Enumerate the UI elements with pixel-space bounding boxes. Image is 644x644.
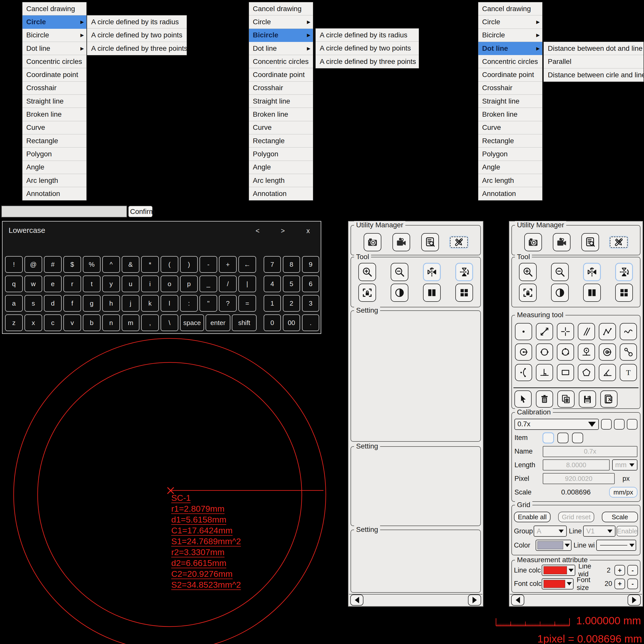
menu-item-straight-line[interactable]: Straight line bbox=[22, 95, 86, 108]
key-|[interactable]: | bbox=[238, 276, 256, 292]
key-w[interactable]: w bbox=[24, 276, 42, 292]
calibration-edit-button[interactable] bbox=[627, 419, 637, 430]
measure-crosshair-button[interactable] bbox=[557, 323, 574, 340]
zoom-in-button[interactable] bbox=[519, 263, 537, 281]
menu-item-circle[interactable]: Circle▶ bbox=[22, 15, 86, 29]
contrast-button[interactable] bbox=[391, 284, 408, 302]
grid-reset-button[interactable]: Grid reset bbox=[558, 512, 594, 522]
key-7[interactable]: 7 bbox=[264, 256, 281, 273]
key-t[interactable]: t bbox=[83, 276, 101, 292]
key--[interactable]: - bbox=[200, 256, 217, 273]
menu-item-curve[interactable]: Curve bbox=[478, 121, 542, 134]
camera-button[interactable] bbox=[364, 233, 381, 251]
key-@[interactable]: @ bbox=[24, 256, 42, 273]
key-,[interactable]: , bbox=[141, 314, 159, 331]
menu-item-concentric-circles[interactable]: Concentric circles bbox=[249, 55, 313, 68]
menu-item-rectangle[interactable]: Rectangle bbox=[249, 134, 313, 147]
submenu-item[interactable]: A circle defined by two points bbox=[316, 42, 419, 55]
menu-item-straight-line[interactable]: Straight line bbox=[478, 95, 542, 108]
menu-item-concentric-circles[interactable]: Concentric circles bbox=[478, 55, 542, 68]
key-x[interactable]: x bbox=[24, 314, 42, 331]
menu-item-crosshair[interactable]: Crosshair bbox=[249, 82, 313, 95]
key-g[interactable]: g bbox=[83, 295, 101, 312]
submenu-item[interactable]: A circle defined by its radius bbox=[316, 29, 419, 42]
submenu-item[interactable]: Distance between dot and line bbox=[544, 42, 643, 55]
grid-line-select[interactable]: V1 bbox=[583, 526, 615, 537]
menu-item-concentric-circles[interactable]: Concentric circles bbox=[22, 55, 86, 68]
key-([interactable]: ( bbox=[161, 256, 178, 273]
key-i[interactable]: i bbox=[141, 276, 159, 292]
menu-item-cancel-drawing[interactable]: Cancel drawing bbox=[249, 2, 313, 15]
scale-unit-button[interactable]: mm/px bbox=[609, 487, 637, 498]
measure-arc-button[interactable] bbox=[515, 364, 532, 381]
font-size-decrease-button[interactable]: - bbox=[627, 579, 638, 589]
key-=[interactable]: = bbox=[238, 295, 256, 312]
menu-item-curve[interactable]: Curve bbox=[22, 121, 86, 134]
measure-circle-radius-button[interactable] bbox=[515, 343, 532, 361]
font-size-increase-button[interactable]: + bbox=[614, 579, 625, 589]
video-button[interactable] bbox=[392, 233, 410, 251]
submenu-item[interactable]: A circle defined by its radius bbox=[87, 15, 187, 29]
report-button[interactable] bbox=[421, 233, 439, 251]
menu-item-broken-line[interactable]: Broken line bbox=[22, 108, 86, 121]
annotation-input[interactable] bbox=[1, 206, 127, 217]
key-8[interactable]: 8 bbox=[283, 256, 300, 273]
menu-item-angle[interactable]: Angle bbox=[22, 161, 86, 174]
key-+[interactable]: + bbox=[219, 256, 237, 273]
key-:[interactable]: : bbox=[180, 295, 198, 312]
calibration-line-item-button[interactable] bbox=[543, 433, 554, 443]
calibration-perpendicular-item-button[interactable] bbox=[557, 433, 568, 443]
key-#[interactable]: # bbox=[44, 256, 62, 273]
measure-polygon-button[interactable] bbox=[578, 364, 595, 381]
flip-h-button[interactable] bbox=[583, 263, 601, 281]
split-4-button[interactable] bbox=[615, 284, 633, 302]
panel2-prev-button[interactable] bbox=[511, 595, 524, 606]
menu-item-polygon[interactable]: Polygon bbox=[22, 147, 86, 161]
key-space[interactable]: space bbox=[180, 314, 204, 331]
submenu-item[interactable]: A circle defined by three points bbox=[87, 42, 187, 55]
key-o[interactable]: o bbox=[161, 276, 178, 292]
confirm-button[interactable]: Confirm bbox=[128, 206, 153, 217]
zoom-out-button[interactable] bbox=[391, 263, 408, 281]
menu-item-cancel-drawing[interactable]: Cancel drawing bbox=[22, 2, 86, 15]
key-^[interactable]: ^ bbox=[102, 256, 120, 273]
menu-item-circle[interactable]: Circle▶ bbox=[478, 15, 542, 29]
measure-circle-2pt-button[interactable] bbox=[536, 343, 553, 361]
calibration-circle-item-button[interactable] bbox=[572, 433, 583, 443]
key-k[interactable]: k bbox=[141, 295, 159, 312]
measure-circle-line-button[interactable] bbox=[578, 343, 595, 361]
submenu-item[interactable]: A circle defined by two points bbox=[87, 29, 187, 42]
measure-button[interactable] bbox=[610, 237, 628, 248]
excel-button[interactable]: X bbox=[600, 390, 617, 408]
key-_[interactable]: _ bbox=[200, 276, 217, 292]
key-6[interactable]: 6 bbox=[302, 276, 319, 292]
calibration-name-input[interactable]: 0.7x bbox=[543, 446, 637, 457]
menu-item-angle[interactable]: Angle bbox=[249, 161, 313, 174]
key-$[interactable]: $ bbox=[63, 256, 81, 273]
line-color-select[interactable] bbox=[542, 565, 575, 576]
key-*[interactable]: * bbox=[141, 256, 159, 273]
cursor-button[interactable] bbox=[514, 390, 532, 408]
key-![interactable]: ! bbox=[5, 256, 23, 273]
zoom-in-button[interactable] bbox=[358, 263, 376, 281]
grid-enable-all-button[interactable]: Enable all bbox=[514, 512, 551, 522]
lock-button[interactable] bbox=[519, 284, 537, 302]
measure-point-button[interactable] bbox=[515, 323, 532, 340]
menu-item-annotation[interactable]: Annotation bbox=[249, 187, 313, 200]
menu-item-arc-length[interactable]: Arc length bbox=[22, 174, 86, 187]
key-z[interactable]: z bbox=[5, 314, 23, 331]
key-a[interactable]: a bbox=[5, 295, 23, 312]
key-2[interactable]: 2 bbox=[283, 295, 300, 312]
menu-item-curve[interactable]: Curve bbox=[249, 121, 313, 134]
measure-parallel-button[interactable] bbox=[578, 323, 595, 340]
flip-h-button[interactable] bbox=[423, 263, 441, 281]
save-button[interactable] bbox=[579, 390, 596, 408]
key-v[interactable]: v bbox=[63, 314, 81, 331]
key-h[interactable]: h bbox=[102, 295, 120, 312]
key-?[interactable]: ? bbox=[219, 295, 237, 312]
key-00[interactable]: 00 bbox=[283, 314, 300, 331]
key-f[interactable]: f bbox=[63, 295, 81, 312]
menu-item-dot-line[interactable]: Dot line▶ bbox=[478, 42, 542, 55]
flip-v-button[interactable] bbox=[615, 263, 633, 281]
measure-curve-button[interactable] bbox=[620, 323, 637, 340]
